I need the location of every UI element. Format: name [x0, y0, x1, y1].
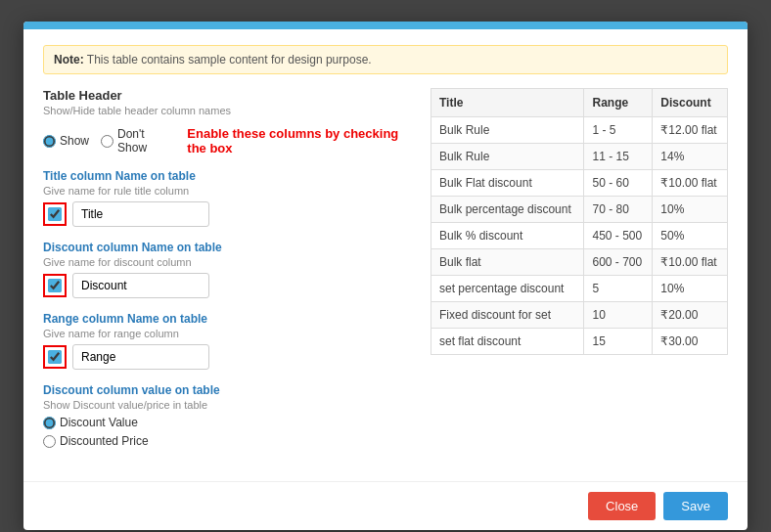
- table-row: Bulk Rule11 - 1514%: [431, 144, 728, 170]
- discount-checkbox-wrapper: [43, 274, 67, 297]
- discount-column-input[interactable]: [72, 273, 209, 298]
- table-cell: 14%: [653, 144, 728, 170]
- table-cell: 70 - 80: [584, 197, 653, 223]
- range-column-row: Range column Name on table Give name for…: [43, 312, 415, 370]
- preview-table: Title Range Discount Bulk Rule1 - 5₹12.0…: [431, 88, 728, 355]
- enable-note: Enable these columns by checking the box: [187, 126, 415, 155]
- title-column-desc: Give name for rule title column: [43, 185, 415, 197]
- table-cell: ₹10.00 flat: [653, 170, 728, 197]
- discounted-price-radio-label[interactable]: Discounted Price: [43, 434, 415, 448]
- table-cell: 5: [584, 276, 653, 302]
- table-cell: Bulk percentage discount: [431, 197, 584, 223]
- table-row: Bulk percentage discount70 - 8010%: [431, 197, 728, 223]
- table-cell: ₹12.00 flat: [653, 117, 728, 144]
- left-panel: Table Header Show/Hide table header colu…: [43, 88, 415, 462]
- discount-value-section: Discount column value on table Show Disc…: [43, 383, 415, 448]
- table-cell: Bulk Flat discount: [431, 170, 584, 197]
- show-radio-label[interactable]: Show: [43, 134, 89, 148]
- table-cell: Bulk % discount: [431, 223, 584, 249]
- table-row: Bulk Flat discount50 - 60₹10.00 flat: [431, 170, 728, 197]
- discounted-price-radio[interactable]: [43, 435, 56, 448]
- th-range: Range: [584, 89, 653, 117]
- table-cell: 1 - 5: [584, 117, 653, 144]
- save-button[interactable]: Save: [663, 492, 728, 520]
- table-row: Bulk Rule1 - 5₹12.00 flat: [431, 117, 728, 144]
- note-prefix: Note:: [54, 53, 84, 66]
- table-cell: ₹20.00: [653, 302, 728, 329]
- title-column-label: Title column Name on table: [43, 169, 415, 183]
- table-row: set percentage discount510%: [431, 276, 728, 302]
- table-cell: Fixed discount for set: [431, 302, 584, 329]
- title-checkbox-wrapper: [43, 202, 67, 226]
- range-checkbox[interactable]: [48, 350, 62, 364]
- note-bar: Note: This table contains sample content…: [43, 45, 728, 74]
- table-cell: 450 - 500: [584, 223, 653, 249]
- table-row: Bulk % discount450 - 50050%: [431, 223, 728, 249]
- dont-show-radio-label[interactable]: Don't Show: [101, 127, 167, 155]
- note-text: This table contains sample content for d…: [87, 53, 372, 66]
- table-row: Bulk flat600 - 700₹10.00 flat: [431, 249, 728, 276]
- table-header-row: Title Range Discount: [431, 89, 728, 117]
- table-cell: Bulk Rule: [431, 144, 584, 170]
- range-column-input[interactable]: [72, 344, 209, 370]
- th-title: Title: [431, 89, 584, 117]
- right-panel: Title Range Discount Bulk Rule1 - 5₹12.0…: [431, 88, 728, 462]
- discount-column-label: Discount column Name on table: [43, 241, 415, 254]
- table-cell: ₹10.00 flat: [653, 249, 728, 276]
- table-cell: 50%: [653, 223, 728, 249]
- table-cell: 10%: [653, 197, 728, 223]
- close-button[interactable]: Close: [588, 492, 656, 520]
- discount-column-desc: Give name for discount column: [43, 256, 415, 268]
- table-row: set flat discount15₹30.00: [431, 329, 728, 355]
- table-cell: 11 - 15: [584, 144, 653, 170]
- dont-show-radio[interactable]: [101, 135, 113, 148]
- table-cell: set percentage discount: [431, 276, 584, 302]
- table-cell: 10: [584, 302, 653, 329]
- th-discount: Discount: [653, 89, 728, 117]
- title-column-row: Title column Name on table Give name for…: [43, 169, 415, 227]
- show-radio[interactable]: [43, 135, 56, 148]
- range-checkbox-wrapper: [43, 345, 67, 369]
- title-column-input[interactable]: [72, 201, 209, 227]
- discount-value-radio-label[interactable]: Discount Value: [43, 416, 415, 429]
- table-cell: 10%: [653, 276, 728, 302]
- modal-top-bar: [23, 22, 748, 29]
- table-cell: ₹30.00: [653, 329, 728, 355]
- table-cell: 50 - 60: [584, 170, 653, 197]
- discount-checkbox[interactable]: [48, 279, 62, 292]
- table-cell: 15: [584, 329, 653, 355]
- table-cell: Bulk Rule: [431, 117, 584, 144]
- title-checkbox[interactable]: [48, 207, 62, 221]
- table-header-title: Table Header: [43, 88, 415, 103]
- table-header-desc: Show/Hide table header column names: [43, 105, 415, 116]
- table-cell: 600 - 700: [584, 249, 653, 276]
- discount-value-desc: Show Discount value/price in table: [43, 399, 415, 411]
- discount-value-label: Discount column value on table: [43, 383, 415, 397]
- table-row: Fixed discount for set10₹20.00: [431, 302, 728, 329]
- modal-footer: Close Save: [23, 481, 748, 530]
- range-column-desc: Give name for range column: [43, 328, 415, 339]
- table-cell: set flat discount: [431, 329, 584, 355]
- discount-column-row: Discount column Name on table Give name …: [43, 241, 415, 298]
- discount-value-radio[interactable]: [43, 417, 56, 429]
- table-cell: Bulk flat: [431, 249, 584, 276]
- range-column-label: Range column Name on table: [43, 312, 415, 326]
